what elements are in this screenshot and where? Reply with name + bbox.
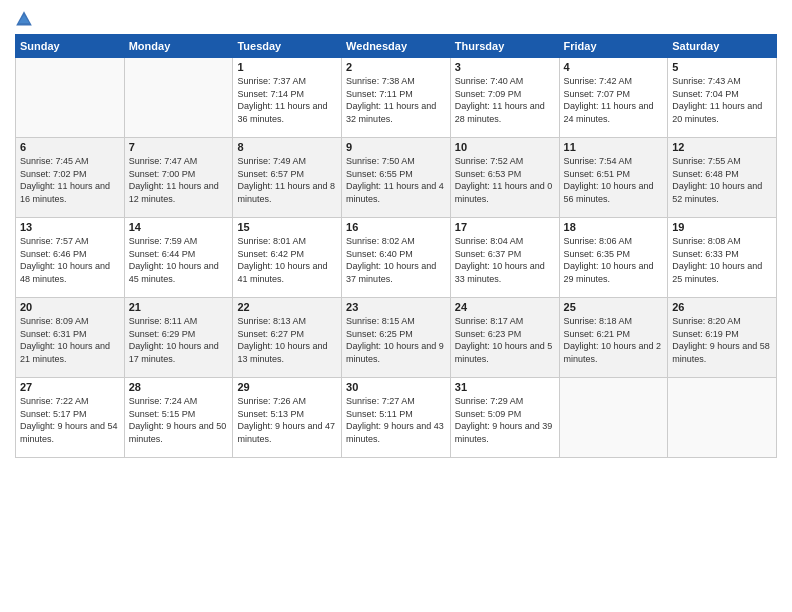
day-number: 28 [129,381,229,393]
calendar-cell: 18Sunrise: 8:06 AMSunset: 6:35 PMDayligh… [559,218,668,298]
calendar-cell: 14Sunrise: 7:59 AMSunset: 6:44 PMDayligh… [124,218,233,298]
day-number: 7 [129,141,229,153]
day-number: 5 [672,61,772,73]
day-number: 20 [20,301,120,313]
calendar-page: SundayMondayTuesdayWednesdayThursdayFrid… [0,0,792,468]
day-info: Sunrise: 8:04 AMSunset: 6:37 PMDaylight:… [455,235,555,285]
day-number: 27 [20,381,120,393]
day-info: Sunrise: 7:50 AMSunset: 6:55 PMDaylight:… [346,155,446,205]
day-info: Sunrise: 7:22 AMSunset: 5:17 PMDaylight:… [20,395,120,445]
day-number: 25 [564,301,664,313]
day-info: Sunrise: 8:15 AMSunset: 6:25 PMDaylight:… [346,315,446,365]
calendar-cell: 27Sunrise: 7:22 AMSunset: 5:17 PMDayligh… [16,378,125,458]
calendar-cell: 28Sunrise: 7:24 AMSunset: 5:15 PMDayligh… [124,378,233,458]
day-number: 10 [455,141,555,153]
calendar-week-row: 27Sunrise: 7:22 AMSunset: 5:17 PMDayligh… [16,378,777,458]
day-info: Sunrise: 7:49 AMSunset: 6:57 PMDaylight:… [237,155,337,205]
day-number: 16 [346,221,446,233]
logo [15,10,35,28]
day-info: Sunrise: 7:54 AMSunset: 6:51 PMDaylight:… [564,155,664,205]
header-section [15,10,777,28]
calendar-week-row: 13Sunrise: 7:57 AMSunset: 6:46 PMDayligh… [16,218,777,298]
calendar-cell: 29Sunrise: 7:26 AMSunset: 5:13 PMDayligh… [233,378,342,458]
calendar-cell: 9Sunrise: 7:50 AMSunset: 6:55 PMDaylight… [342,138,451,218]
day-header-friday: Friday [559,35,668,58]
calendar-cell: 15Sunrise: 8:01 AMSunset: 6:42 PMDayligh… [233,218,342,298]
calendar-cell: 11Sunrise: 7:54 AMSunset: 6:51 PMDayligh… [559,138,668,218]
day-info: Sunrise: 7:26 AMSunset: 5:13 PMDaylight:… [237,395,337,445]
day-header-thursday: Thursday [450,35,559,58]
day-info: Sunrise: 7:52 AMSunset: 6:53 PMDaylight:… [455,155,555,205]
day-number: 15 [237,221,337,233]
day-header-tuesday: Tuesday [233,35,342,58]
day-header-wednesday: Wednesday [342,35,451,58]
calendar-cell: 25Sunrise: 8:18 AMSunset: 6:21 PMDayligh… [559,298,668,378]
calendar-cell: 16Sunrise: 8:02 AMSunset: 6:40 PMDayligh… [342,218,451,298]
calendar-cell: 30Sunrise: 7:27 AMSunset: 5:11 PMDayligh… [342,378,451,458]
day-info: Sunrise: 7:55 AMSunset: 6:48 PMDaylight:… [672,155,772,205]
day-number: 1 [237,61,337,73]
calendar-week-row: 20Sunrise: 8:09 AMSunset: 6:31 PMDayligh… [16,298,777,378]
calendar-week-row: 1Sunrise: 7:37 AMSunset: 7:14 PMDaylight… [16,58,777,138]
calendar-cell: 21Sunrise: 8:11 AMSunset: 6:29 PMDayligh… [124,298,233,378]
calendar-cell: 7Sunrise: 7:47 AMSunset: 7:00 PMDaylight… [124,138,233,218]
day-number: 12 [672,141,772,153]
calendar-cell: 6Sunrise: 7:45 AMSunset: 7:02 PMDaylight… [16,138,125,218]
logo-icon [15,10,33,28]
day-header-monday: Monday [124,35,233,58]
day-number: 13 [20,221,120,233]
calendar-cell: 4Sunrise: 7:42 AMSunset: 7:07 PMDaylight… [559,58,668,138]
day-number: 8 [237,141,337,153]
day-info: Sunrise: 8:09 AMSunset: 6:31 PMDaylight:… [20,315,120,365]
day-info: Sunrise: 8:02 AMSunset: 6:40 PMDaylight:… [346,235,446,285]
calendar-cell: 17Sunrise: 8:04 AMSunset: 6:37 PMDayligh… [450,218,559,298]
day-info: Sunrise: 7:42 AMSunset: 7:07 PMDaylight:… [564,75,664,125]
day-header-sunday: Sunday [16,35,125,58]
calendar-table: SundayMondayTuesdayWednesdayThursdayFrid… [15,34,777,458]
calendar-cell: 22Sunrise: 8:13 AMSunset: 6:27 PMDayligh… [233,298,342,378]
calendar-header-row: SundayMondayTuesdayWednesdayThursdayFrid… [16,35,777,58]
day-number: 26 [672,301,772,313]
calendar-cell: 23Sunrise: 8:15 AMSunset: 6:25 PMDayligh… [342,298,451,378]
calendar-cell: 1Sunrise: 7:37 AMSunset: 7:14 PMDaylight… [233,58,342,138]
calendar-cell [16,58,125,138]
day-info: Sunrise: 8:13 AMSunset: 6:27 PMDaylight:… [237,315,337,365]
day-info: Sunrise: 7:38 AMSunset: 7:11 PMDaylight:… [346,75,446,125]
day-info: Sunrise: 8:17 AMSunset: 6:23 PMDaylight:… [455,315,555,365]
day-header-saturday: Saturday [668,35,777,58]
day-info: Sunrise: 8:11 AMSunset: 6:29 PMDaylight:… [129,315,229,365]
calendar-cell: 19Sunrise: 8:08 AMSunset: 6:33 PMDayligh… [668,218,777,298]
day-number: 30 [346,381,446,393]
calendar-cell: 26Sunrise: 8:20 AMSunset: 6:19 PMDayligh… [668,298,777,378]
day-number: 22 [237,301,337,313]
day-number: 3 [455,61,555,73]
calendar-cell: 13Sunrise: 7:57 AMSunset: 6:46 PMDayligh… [16,218,125,298]
calendar-cell [668,378,777,458]
calendar-cell: 24Sunrise: 8:17 AMSunset: 6:23 PMDayligh… [450,298,559,378]
day-number: 2 [346,61,446,73]
day-number: 21 [129,301,229,313]
day-number: 6 [20,141,120,153]
day-number: 31 [455,381,555,393]
day-info: Sunrise: 8:20 AMSunset: 6:19 PMDaylight:… [672,315,772,365]
calendar-cell: 20Sunrise: 8:09 AMSunset: 6:31 PMDayligh… [16,298,125,378]
day-number: 18 [564,221,664,233]
day-info: Sunrise: 8:01 AMSunset: 6:42 PMDaylight:… [237,235,337,285]
day-info: Sunrise: 7:27 AMSunset: 5:11 PMDaylight:… [346,395,446,445]
day-number: 29 [237,381,337,393]
calendar-cell [124,58,233,138]
day-info: Sunrise: 8:18 AMSunset: 6:21 PMDaylight:… [564,315,664,365]
calendar-cell [559,378,668,458]
day-number: 19 [672,221,772,233]
day-info: Sunrise: 7:59 AMSunset: 6:44 PMDaylight:… [129,235,229,285]
day-info: Sunrise: 8:08 AMSunset: 6:33 PMDaylight:… [672,235,772,285]
calendar-cell: 10Sunrise: 7:52 AMSunset: 6:53 PMDayligh… [450,138,559,218]
day-number: 17 [455,221,555,233]
day-number: 14 [129,221,229,233]
day-info: Sunrise: 7:29 AMSunset: 5:09 PMDaylight:… [455,395,555,445]
day-number: 11 [564,141,664,153]
day-info: Sunrise: 7:47 AMSunset: 7:00 PMDaylight:… [129,155,229,205]
calendar-cell: 31Sunrise: 7:29 AMSunset: 5:09 PMDayligh… [450,378,559,458]
day-info: Sunrise: 7:24 AMSunset: 5:15 PMDaylight:… [129,395,229,445]
calendar-week-row: 6Sunrise: 7:45 AMSunset: 7:02 PMDaylight… [16,138,777,218]
